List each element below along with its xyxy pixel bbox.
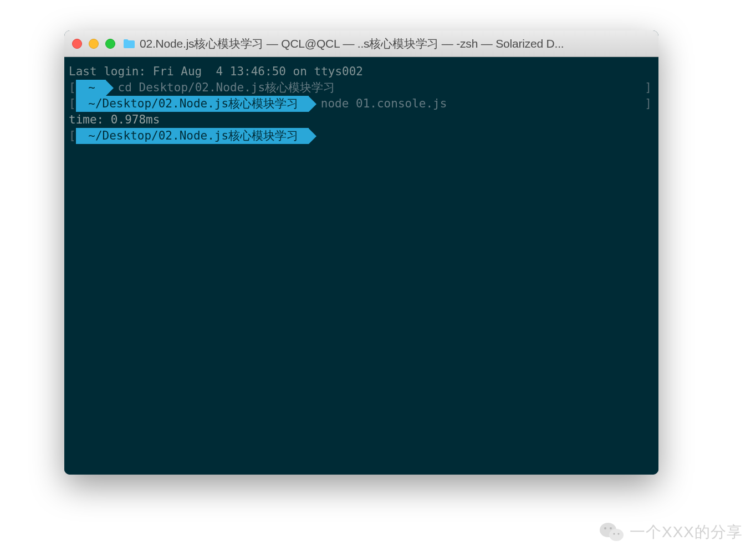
prompt-path: ~	[76, 80, 106, 96]
terminal-window: 02.Node.js核心模块学习 — QCL@QCL — ..s核心模块学习 —…	[64, 30, 658, 475]
bracket-left: [	[69, 80, 76, 96]
traffic-lights	[72, 39, 115, 49]
bracket-left: [	[69, 128, 76, 144]
bracket-left: [	[69, 96, 76, 112]
svg-point-3	[610, 527, 612, 529]
svg-point-5	[617, 533, 619, 534]
command-line-1: [ ~ cd Desktop/02.Node.js核心模块学习 ]	[69, 80, 654, 96]
command-text: node 01.console.js	[321, 96, 447, 112]
prompt-path: ~/Desktop/02.Node.js核心模块学习	[76, 96, 309, 112]
window-titlebar: 02.Node.js核心模块学习 — QCL@QCL — ..s核心模块学习 —…	[64, 30, 658, 57]
prompt-arrow-icon	[309, 128, 316, 144]
wechat-icon	[600, 522, 624, 543]
last-login-text: Last login: Fri Aug 4 13:46:50 on ttys00…	[69, 64, 363, 80]
bracket-right: ]	[645, 96, 654, 112]
watermark: 一个XXX的分享	[600, 522, 743, 543]
svg-point-1	[609, 529, 624, 541]
svg-point-2	[604, 527, 606, 529]
watermark-text: 一个XXX的分享	[630, 522, 743, 543]
current-prompt-line: [ ~/Desktop/02.Node.js核心模块学习	[69, 128, 654, 144]
output-text: time: 0.978ms	[69, 112, 160, 128]
last-login-line: Last login: Fri Aug 4 13:46:50 on ttys00…	[69, 64, 654, 80]
svg-point-4	[613, 533, 615, 534]
terminal-body[interactable]: Last login: Fri Aug 4 13:46:50 on ttys00…	[64, 57, 658, 475]
maximize-button[interactable]	[105, 39, 115, 49]
prompt-arrow-icon	[106, 80, 114, 96]
folder-icon	[123, 39, 135, 49]
command-line-2: [ ~/Desktop/02.Node.js核心模块学习 node 01.con…	[69, 96, 654, 112]
prompt-arrow-icon	[309, 96, 316, 112]
output-line: time: 0.978ms	[69, 112, 654, 128]
window-title: 02.Node.js核心模块学习 — QCL@QCL — ..s核心模块学习 —…	[140, 36, 564, 52]
bracket-right: ]	[645, 80, 654, 96]
titlebar-content: 02.Node.js核心模块学习 — QCL@QCL — ..s核心模块学习 —…	[123, 36, 564, 52]
close-button[interactable]	[72, 39, 82, 49]
minimize-button[interactable]	[89, 39, 99, 49]
command-text: cd Desktop/02.Node.js核心模块学习	[118, 80, 335, 96]
prompt-path: ~/Desktop/02.Node.js核心模块学习	[76, 128, 309, 144]
